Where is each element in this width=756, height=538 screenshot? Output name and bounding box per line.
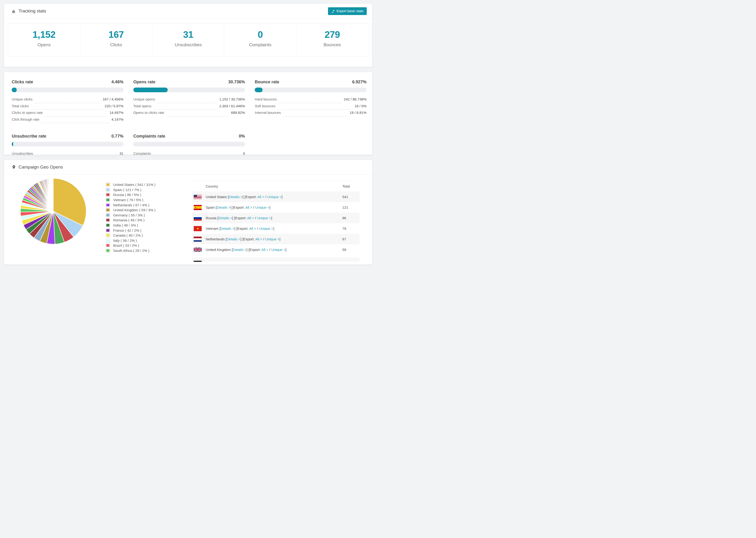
rate-value: 6.927% (352, 80, 366, 84)
table-row: Vietnam [Details >] [Export: All > / Uni… (192, 223, 359, 234)
country-name: Netherlands (206, 237, 226, 241)
country-flag-icon (194, 195, 202, 199)
legend-swatch-icon (106, 208, 110, 212)
dotted-leader (157, 103, 217, 103)
tracking-stats-card: Tracking stats Export basic stats 1,152 … (4, 4, 372, 67)
details-link[interactable]: Details > (220, 227, 234, 231)
metric-label: Total clicks (12, 104, 29, 108)
rate-rows: Complaints 0 (134, 151, 245, 158)
legend-label: Vietnam ( 79 / 5% ) (113, 198, 143, 202)
table-header-row: Country Total (192, 181, 359, 191)
legend-swatch-icon (106, 243, 110, 247)
export-all-link[interactable]: All > (249, 227, 256, 231)
country-name: Russia (206, 216, 217, 220)
metric-value: 220 / 5.87% (105, 104, 124, 108)
rate-block: Opens rate 30.736% Unique opens 1,152 / … (134, 80, 245, 124)
rate-block: Bounce rate 6.927% Hard bounces 242 / 86… (255, 80, 366, 124)
table-row: United States [Details >] [Export: All >… (192, 191, 359, 202)
legend-item: United States ( 541 / 31% ) (106, 182, 176, 187)
country-flag-icon (194, 205, 202, 210)
metric-value: 0 (243, 151, 245, 155)
legend-item: Brazil ( 33 / 2% ) (106, 243, 176, 248)
legend-item: Germany ( 55 / 3% ) (106, 213, 176, 218)
dotted-leader (35, 157, 117, 157)
legend-item: India ( 46 / 3% ) (106, 223, 176, 228)
export-unique-link[interactable]: Unique > (259, 227, 273, 231)
geo-pie-chart (19, 177, 87, 245)
export-unique-link[interactable]: Unique > (267, 195, 282, 199)
metric-value: 1,152 / 30.736% (219, 97, 245, 101)
rates-card: Clicks rate 4.46% Unique clicks 167 / 4.… (4, 72, 372, 155)
stat-label: Unsubscribes (175, 42, 202, 47)
stat-cell: 167 Clicks (80, 24, 152, 56)
metric-label: Unsubscribes (12, 151, 33, 155)
table-body: United States [Details >] [Export: All >… (192, 191, 359, 262)
export-all-link[interactable]: All > (255, 237, 262, 241)
total-cell: 86 (342, 216, 359, 220)
rates-grid: Clicks rate 4.46% Unique clicks 167 / 4.… (4, 72, 372, 158)
details-link[interactable]: Details > (233, 248, 246, 252)
progress-bar-fill (12, 87, 17, 92)
export-unique-link[interactable]: Unique > (255, 205, 269, 209)
total-cell: 59 (342, 248, 359, 252)
dotted-leader (153, 157, 241, 157)
stat-label: Clicks (110, 42, 122, 47)
progress-bar-fill (255, 87, 262, 92)
stat-value: 1,152 (33, 30, 56, 39)
dotted-leader (34, 103, 100, 103)
details-link[interactable]: Details > (229, 195, 243, 199)
stat-value: 31 (183, 30, 193, 39)
metric-label: Clicks to opens rate (12, 111, 43, 115)
export-unique-link[interactable]: Unique > (271, 248, 285, 252)
legend-item: Netherlands ( 67 / 4% ) (106, 202, 176, 207)
geo-content: United States ( 541 / 31% ) Spain ( 121 … (4, 175, 372, 262)
stat-label: Opens (37, 42, 50, 47)
country-name: United States (206, 195, 228, 199)
legend-item: Vietnam ( 79 / 5% ) (106, 197, 176, 202)
export-all-link[interactable]: All > (257, 195, 265, 199)
metric-row: Unsubscribes 31 (12, 151, 124, 158)
details-link[interactable]: Details > (227, 237, 241, 241)
country-column-header: Country (206, 184, 218, 188)
export-unique-link[interactable]: Unique > (261, 261, 275, 262)
details-link[interactable]: Details > (217, 205, 231, 209)
country-flag-icon (194, 226, 202, 231)
export-button-label: Export basic stats (337, 9, 363, 13)
legend-label: United Kingdom ( 59 / 3% ) (113, 208, 155, 212)
geo-table: Country Total United States [Details >] … (192, 181, 359, 262)
legend-label: Brazil ( 33 / 2% ) (113, 243, 139, 247)
rate-value: 0% (239, 134, 245, 139)
details-link[interactable]: Details > (218, 216, 232, 220)
export-all-link[interactable]: All > (251, 261, 258, 262)
table-row: Russia [Details >] [Export: All > / Uniq… (192, 213, 359, 223)
metric-row: Total clicks 220 / 5.87% (12, 104, 124, 111)
metric-label: Internal bounces (255, 111, 281, 115)
stat-value: 167 (108, 30, 124, 39)
export-all-link[interactable]: All > (261, 248, 268, 252)
metric-row: Soft bounces 18 / 0% (255, 104, 366, 111)
details-link[interactable]: Details > (222, 261, 236, 262)
export-unique-link[interactable]: Unique > (257, 216, 271, 220)
country-flag-icon (194, 237, 202, 242)
total-cell: 79 (342, 227, 359, 231)
metric-row: Complaints 0 (134, 151, 245, 158)
table-row: United Kingdom [Details >] [Export: All … (192, 244, 359, 255)
export-unique-link[interactable]: Unique > (265, 237, 279, 241)
total-cell: 121 (342, 205, 359, 209)
rate-title: Bounce rate (255, 80, 279, 84)
metric-row: Opens to clicks rate 689.82% (134, 111, 245, 117)
legend-item: South Africa ( 29 / 2% ) (106, 248, 176, 253)
total-cell: 541 (342, 195, 359, 199)
stat-value: 279 (324, 30, 340, 39)
rate-rows: Unique opens 1,152 / 30.736% Total opens… (134, 97, 245, 117)
pie-legend: United States ( 541 / 31% ) Spain ( 121 … (106, 182, 176, 253)
export-all-link[interactable]: All > (247, 216, 254, 220)
export-basic-stats-button[interactable]: Export basic stats (328, 7, 367, 15)
legend-item: Romania ( 49 / 3% ) (106, 218, 176, 223)
progress-bar-track (134, 87, 245, 92)
rate-title: Complaints rate (134, 134, 165, 139)
metric-label: Unique opens (134, 97, 155, 101)
metric-row: Total opens 2,303 / 61.446% (134, 104, 245, 111)
metric-label: Total opens (134, 104, 151, 108)
export-all-link[interactable]: All > (245, 205, 252, 209)
